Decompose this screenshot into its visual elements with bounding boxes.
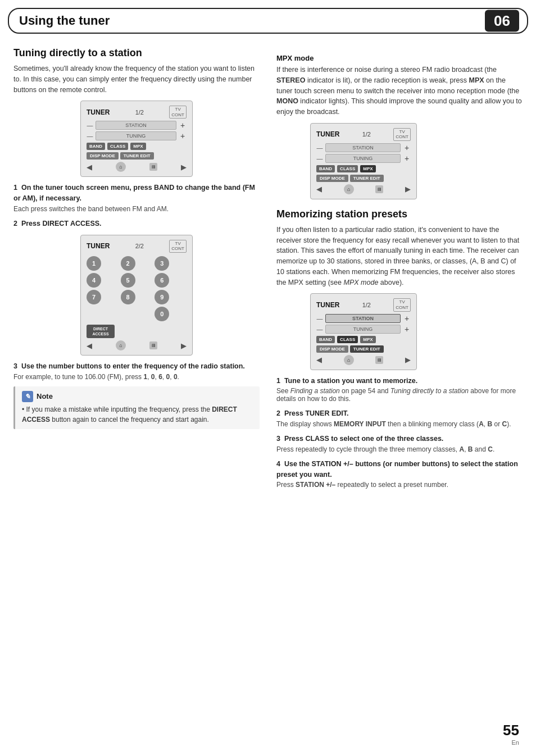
home-btn-2[interactable]: ⌂ — [116, 340, 126, 350]
step-2-number: 2 — [13, 220, 17, 227]
tuner-edit-btn-mpx[interactable]: TUNER EDIT — [350, 175, 384, 182]
mpx-body: If there is interference or noise during… — [276, 65, 523, 117]
tuner-mock-2: TUNER 2/2 TVCONT 1 2 3 4 5 6 7 8 9 0 DIR… — [80, 235, 193, 356]
tuner-label-mem: TUNER — [316, 301, 339, 309]
tuner-mock-mpx: TUNER 1/2 TVCONT — STATION + — TUNING + … — [310, 123, 417, 199]
key-3[interactable]: 3 — [155, 256, 169, 271]
band-btn-mem[interactable]: BAND — [316, 336, 335, 343]
key-4[interactable]: 4 — [87, 273, 101, 288]
mem-step-4: 4 Use the STATION +/– buttons (or number… — [276, 459, 523, 489]
memorize-body: If you often listen to a particular radi… — [276, 225, 523, 288]
mem-step-3-sub: Press repeatedly to cycle through the th… — [276, 445, 523, 453]
station-bar-mem: STATION — [325, 314, 401, 323]
note-icon: ✎ — [22, 391, 33, 402]
band-btn-1[interactable]: BAND — [87, 143, 105, 150]
key-1[interactable]: 1 — [87, 256, 101, 271]
tuner-mock-1: TUNER 1/2 TVCONT — STATION + — TUNING + … — [80, 101, 193, 177]
key-0[interactable]: 0 — [155, 307, 169, 321]
tuner-mock-memorize: TUNER 1/2 TVCONT — STATION + — TUNING + … — [310, 293, 417, 370]
menu-btn-1[interactable]: ▤ — [149, 163, 157, 171]
page-lang: En — [503, 739, 519, 746]
key-2[interactable]: 2 — [121, 256, 135, 271]
tuner-label-mpx: TUNER — [316, 130, 339, 138]
tuning-section-title: Tuning directly to a station — [13, 47, 260, 59]
arrow-right-1[interactable]: ▶ — [181, 163, 187, 171]
home-btn-1[interactable]: ⌂ — [116, 162, 126, 172]
tuner-page-2: 2/2 — [135, 243, 144, 249]
mem-step-3-text: 3 Press CLASS to select one of the three… — [276, 434, 523, 444]
station-bar-1: STATION — [96, 121, 176, 130]
memorize-title: Memorizing station presets — [276, 208, 523, 220]
header-bar: Using the tuner 06 — [8, 8, 528, 34]
page-footer: 55 En — [503, 722, 519, 746]
disp-btn-1[interactable]: DISP MODE — [87, 152, 119, 160]
dash-left-1: — — [87, 122, 93, 129]
disp-btn-mpx[interactable]: DISP MODE — [316, 175, 348, 182]
menu-btn-2[interactable]: ▤ — [149, 341, 157, 349]
tuner-page-1: 1/2 — [135, 109, 144, 116]
main-content: Tuning directly to a station Sometimes, … — [0, 34, 536, 503]
arrow-left-1[interactable]: ◀ — [87, 163, 92, 171]
page-number: 55 — [503, 722, 519, 739]
key-9[interactable]: 9 — [155, 290, 169, 304]
key-8[interactable]: 8 — [121, 290, 135, 304]
chapter-number: 06 — [485, 10, 519, 32]
right-column: MPX mode If there is interference or noi… — [276, 47, 523, 494]
left-column: Tuning directly to a station Sometimes, … — [13, 47, 260, 494]
arrow-right-2[interactable]: ▶ — [181, 341, 187, 350]
mem-step-4-text: 4 Use the STATION +/– buttons (or number… — [276, 459, 523, 480]
step-1-text: 1 On the tuner touch screen menu, press … — [13, 183, 260, 204]
arrow-left-2[interactable]: ◀ — [87, 341, 92, 350]
tuner-label-1: TUNER — [87, 108, 110, 116]
tuning-intro: Sometimes, you'll already know the frequ… — [13, 63, 260, 95]
tv-cont-mpx: TVCONT — [393, 128, 411, 141]
mpx-title: MPX mode — [276, 54, 523, 62]
step-1: 1 On the tuner touch screen menu, press … — [13, 183, 260, 213]
tv-cont-mem: TVCONT — [393, 298, 411, 311]
step-1-number: 1 — [13, 184, 17, 192]
tuner-page-mpx: 1/2 — [362, 131, 371, 138]
mpx-btn-1[interactable]: MPX — [130, 143, 146, 150]
tuner-edit-btn-mem[interactable]: TUNER EDIT — [350, 345, 384, 353]
tuner-edit-btn-1[interactable]: TUNER EDIT — [120, 152, 154, 160]
plus-tuning-1: + — [179, 131, 187, 140]
class-btn-mem[interactable]: CLASS — [337, 336, 358, 343]
tv-cont-2: TVCONT — [169, 240, 187, 253]
note-body: • If you make a mistake while inputting … — [22, 404, 253, 425]
band-btn-mpx[interactable]: BAND — [316, 165, 335, 172]
class-btn-1[interactable]: CLASS — [107, 143, 128, 150]
step-3: 3 Use the number buttons to enter the fr… — [13, 361, 260, 381]
tuning-bar-1: TUNING — [96, 131, 176, 140]
key-5[interactable]: 5 — [121, 273, 135, 288]
tuning-bar-mpx: TUNING — [325, 154, 401, 163]
station-bar-mpx: STATION — [325, 143, 401, 152]
tv-cont-1: TVCONT — [169, 106, 187, 119]
mem-step-3: 3 Press CLASS to select one of the three… — [276, 434, 523, 453]
direct-access-btn[interactable]: DIRECTACCESS — [87, 325, 115, 338]
mpx-btn-mpx[interactable]: MPX — [360, 165, 375, 172]
step-3-text: 3 Use the number buttons to enter the fr… — [13, 361, 260, 372]
mem-step-2-text: 2 Press TUNER EDIT. — [276, 408, 523, 419]
tuning-bar-mem: TUNING — [325, 325, 401, 334]
step-2-text: 2 Press DIRECT ACCESS. — [13, 218, 260, 229]
page-title: Using the tuner — [19, 13, 110, 28]
disp-btn-mem[interactable]: DISP MODE — [316, 345, 348, 353]
mem-step-2-sub: The display shows MEMORY INPUT then a bl… — [276, 420, 523, 428]
tuner-page-mem: 1/2 — [362, 302, 371, 308]
mem-step-2: 2 Press TUNER EDIT. The display shows ME… — [276, 408, 523, 428]
step-1-sub: Each press switches the band between FM … — [13, 205, 260, 213]
key-7[interactable]: 7 — [87, 290, 101, 304]
dash-left-2: — — [87, 133, 93, 139]
class-btn-mpx[interactable]: CLASS — [337, 165, 358, 172]
step-2: 2 Press DIRECT ACCESS. — [13, 218, 260, 229]
tuner-label-2: TUNER — [87, 242, 110, 250]
step-3-sub: For example, to tune to 106.00 (FM), pre… — [13, 373, 260, 381]
mem-step-4-sub: Press STATION +/– repeatedly to select a… — [276, 481, 523, 489]
mem-step-1-sub: See Finding a station on page 54 and Tun… — [276, 387, 523, 403]
mem-step-1: 1 Tune to a station you want to memorize… — [276, 376, 523, 403]
mpx-btn-mem[interactable]: MPX — [360, 336, 375, 343]
mem-step-1-text: 1 Tune to a station you want to memorize… — [276, 376, 523, 386]
plus-station-1: + — [179, 121, 187, 130]
note-box: ✎ Note • If you make a mistake while inp… — [13, 386, 260, 429]
key-6[interactable]: 6 — [155, 273, 169, 288]
